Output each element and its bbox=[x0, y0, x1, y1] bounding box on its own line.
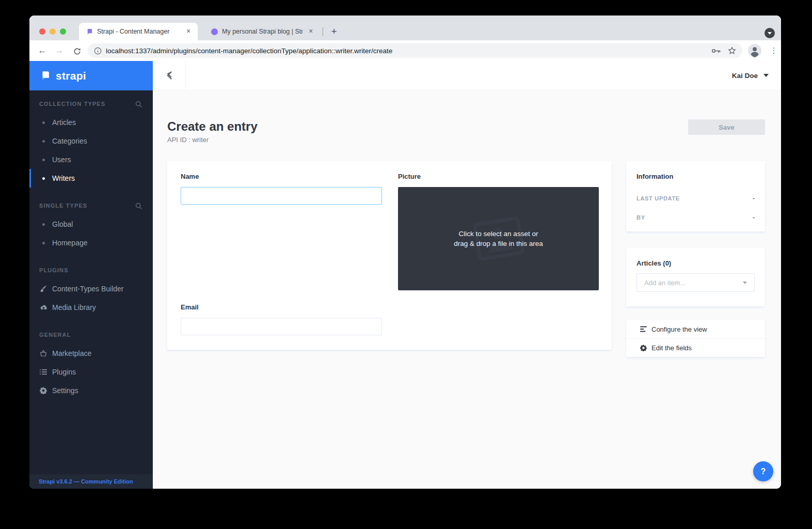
info-value: - bbox=[753, 213, 755, 221]
field-email: Email bbox=[181, 303, 382, 335]
gear-icon bbox=[640, 345, 647, 351]
tab-strapi-content-manager[interactable]: Strapi - Content Manager × bbox=[79, 23, 198, 40]
bullet-icon bbox=[42, 121, 45, 124]
sidebar-item-marketplace[interactable]: Marketplace bbox=[29, 344, 153, 363]
minimize-window-button[interactable] bbox=[50, 28, 56, 35]
page-title-block: Create an entry API ID : writer bbox=[167, 119, 258, 144]
right-panel: Information LAST UPDATE - BY - Arti bbox=[626, 161, 765, 357]
save-button[interactable]: Save bbox=[688, 119, 765, 135]
tab-strip: Strapi - Content Manager × My personal S… bbox=[29, 15, 781, 40]
name-input[interactable] bbox=[181, 187, 382, 205]
section-label: COLLECTION TYPES bbox=[39, 101, 105, 107]
strapi-version-link[interactable]: Strapi v3.6.2 — Community Edition bbox=[29, 474, 153, 489]
chevron-left-icon bbox=[167, 71, 172, 80]
page-subtitle: API ID : writer bbox=[167, 136, 258, 144]
bullet-icon bbox=[42, 242, 45, 244]
select-placeholder: Add an item... bbox=[644, 279, 686, 287]
browser-forward-button[interactable]: → bbox=[53, 44, 66, 57]
brush-icon bbox=[39, 285, 47, 292]
section-label: PLUGINS bbox=[39, 267, 69, 273]
search-icon[interactable] bbox=[135, 101, 142, 107]
bullet-icon bbox=[42, 223, 45, 226]
sidebar-item-label: Articles bbox=[52, 118, 76, 127]
browser-profile-avatar[interactable] bbox=[748, 44, 761, 59]
user-name: Kai Doe bbox=[732, 72, 758, 80]
configure-view-link[interactable]: Configure the view bbox=[626, 320, 765, 338]
section-collection-types: COLLECTION TYPES Articles Categories Use… bbox=[29, 95, 153, 188]
sidebar-item-label: Categories bbox=[52, 137, 87, 145]
chevron-down-icon bbox=[768, 32, 772, 35]
edit-fields-link[interactable]: Edit the fields bbox=[626, 338, 765, 357]
strapi-logo[interactable]: strapi bbox=[29, 61, 153, 90]
tab-close-icon[interactable]: × bbox=[184, 27, 193, 36]
bookmark-star-icon[interactable] bbox=[728, 46, 736, 55]
dropzone-text: Click to select an asset or drag & drop … bbox=[454, 229, 543, 248]
browser-reload-button[interactable] bbox=[71, 44, 83, 57]
url-bar[interactable]: localhost:1337/admin/plugins/content-man… bbox=[88, 43, 742, 58]
browser-back-button[interactable]: ← bbox=[36, 44, 49, 57]
tab-close-icon[interactable]: × bbox=[307, 27, 315, 36]
section-single-types: SINGLE TYPES Global Homepage bbox=[29, 196, 153, 252]
user-menu[interactable]: Kai Doe bbox=[732, 72, 769, 80]
caret-down-icon bbox=[763, 74, 769, 77]
articles-title: Articles (0) bbox=[636, 259, 755, 267]
browser-window: Strapi - Content Manager × My personal S… bbox=[29, 15, 781, 489]
sidebar-item-users[interactable]: Users bbox=[29, 150, 153, 169]
sidebar-item-content-types-builder[interactable]: Content-Types Builder bbox=[29, 279, 153, 298]
name-label: Name bbox=[181, 173, 382, 181]
sidebar-item-categories[interactable]: Categories bbox=[29, 132, 153, 150]
password-key-icon[interactable] bbox=[711, 48, 721, 54]
articles-add-item-select[interactable]: Add an item... bbox=[636, 273, 755, 292]
sidebar-item-media-library[interactable]: Media Library bbox=[29, 298, 153, 317]
close-window-button[interactable] bbox=[39, 28, 45, 35]
main-area: Kai Doe Create an entry API ID : writer … bbox=[153, 61, 781, 489]
bullet-icon bbox=[42, 159, 45, 161]
sidebar-item-plugins[interactable]: Plugins bbox=[29, 363, 153, 381]
sidebar-item-global[interactable]: Global bbox=[29, 215, 153, 234]
bullet-icon bbox=[42, 177, 45, 180]
strapi-logo-icon bbox=[38, 69, 51, 82]
list-icon bbox=[39, 369, 47, 375]
search-icon[interactable] bbox=[135, 203, 142, 209]
information-panel: Information LAST UPDATE - BY - bbox=[626, 161, 765, 231]
reload-icon bbox=[73, 48, 81, 55]
site-info-icon[interactable] bbox=[94, 47, 102, 55]
new-tab-button[interactable]: + bbox=[328, 25, 340, 38]
zoom-window-button[interactable] bbox=[60, 28, 66, 35]
sidebar-item-articles[interactable]: Articles bbox=[29, 113, 153, 132]
sidebar-item-homepage[interactable]: Homepage bbox=[29, 234, 153, 252]
gear-icon bbox=[39, 387, 47, 394]
articles-panel: Articles (0) Add an item... bbox=[626, 248, 765, 306]
picture-dropzone[interactable]: Click to select an asset or drag & drop … bbox=[398, 187, 599, 290]
field-picture: Picture Click to select an asset or bbox=[398, 173, 599, 290]
sidebar-item-label: Plugins bbox=[52, 368, 76, 376]
app-topbar: Kai Doe bbox=[153, 61, 781, 90]
tab-divider bbox=[323, 27, 323, 36]
help-button[interactable]: ? bbox=[753, 461, 773, 481]
sidebar-item-label: Users bbox=[52, 155, 71, 164]
section-general: GENERAL Marketplace Plugins Settings bbox=[29, 325, 153, 400]
browser-menu-button[interactable]: ⋮ bbox=[769, 44, 779, 57]
sidebar-item-label: Global bbox=[52, 220, 73, 228]
email-input[interactable] bbox=[181, 318, 382, 335]
tab-title: Strapi - Content Manager bbox=[97, 28, 180, 35]
back-button[interactable] bbox=[153, 61, 186, 90]
strapi-logo-text: strapi bbox=[56, 70, 86, 82]
info-row-last-update: LAST UPDATE - bbox=[636, 194, 755, 202]
sidebar-item-writers[interactable]: Writers bbox=[29, 169, 153, 188]
picture-label: Picture bbox=[398, 173, 599, 181]
sidebar-item-label: Media Library bbox=[52, 303, 96, 312]
sidebar-item-label: Writers bbox=[52, 174, 75, 182]
window-controls bbox=[39, 28, 66, 35]
info-value: - bbox=[753, 194, 755, 202]
info-row-by: BY - bbox=[636, 213, 755, 221]
cloud-upload-icon bbox=[39, 304, 47, 310]
bullet-icon bbox=[42, 140, 45, 143]
sidebar-item-label: Settings bbox=[52, 386, 78, 395]
sliders-icon bbox=[640, 326, 647, 332]
tab-search-button[interactable] bbox=[765, 28, 775, 38]
sidebar-item-settings[interactable]: Settings bbox=[29, 381, 153, 400]
tab-strapi-blog[interactable]: My personal Strapi blog | Strap × bbox=[205, 23, 320, 40]
link-label: Edit the fields bbox=[651, 344, 692, 352]
email-label: Email bbox=[181, 303, 382, 312]
